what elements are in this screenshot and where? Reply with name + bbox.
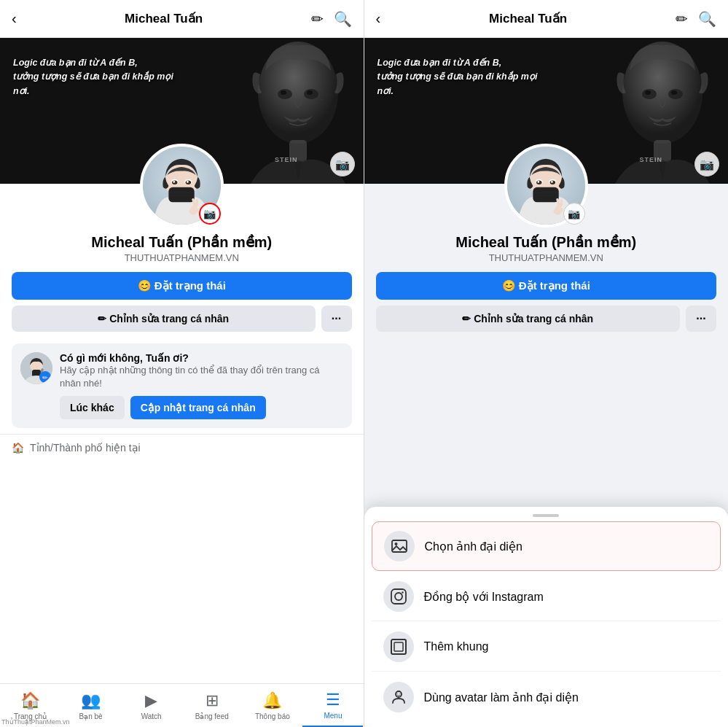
left-header-title: Micheal Tuấn xyxy=(125,11,203,26)
svg-text:✏: ✏ xyxy=(42,374,48,381)
sheet-item-instagram[interactable]: Đồng bộ với Instagram xyxy=(372,572,721,621)
svg-rect-48 xyxy=(391,639,406,654)
svg-point-38 xyxy=(551,181,553,183)
sheet-handle xyxy=(533,514,559,517)
left-watermark: ThủThuậtPhanMem.vn xyxy=(1,718,70,726)
svg-point-46 xyxy=(395,593,402,600)
right-search-icon[interactable]: 🔍 xyxy=(698,10,716,28)
svg-line-17 xyxy=(193,200,195,205)
right-action-buttons: 😊 Đặt trạng thái ✏ Chỉnh sửa trang cá nh… xyxy=(364,263,729,338)
nav-watch-label: Watch xyxy=(141,712,162,720)
svg-point-27 xyxy=(645,90,651,95)
svg-point-13 xyxy=(173,181,175,183)
notif-nav-icon: 🔔 xyxy=(262,691,282,710)
update-profile-button[interactable]: Cập nhật trang cá nhân xyxy=(130,396,266,419)
instagram-icon xyxy=(383,581,414,612)
right-avatar-camera-button[interactable]: 📷 xyxy=(563,203,585,225)
svg-point-52 xyxy=(399,693,400,694)
back-button[interactable]: ‹ xyxy=(12,10,17,27)
nav-menu-label: Menu xyxy=(324,712,342,720)
instagram-label: Đồng bộ với Instagram xyxy=(424,590,544,604)
suggestion-card: ✏ Có gì mới không, Tuấn ơi? Hãy cập nhật… xyxy=(12,343,352,428)
right-set-status-button[interactable]: 😊 Đặt trạng thái xyxy=(376,272,717,300)
use-avatar-label: Dùng avatar làm ảnh đại diện xyxy=(424,691,579,704)
nav-menu[interactable]: ☰ Menu xyxy=(302,684,363,727)
nav-notifications[interactable]: 🔔 Thông báo xyxy=(242,684,302,727)
right-edit-profile-button[interactable]: ✏ Chỉnh sửa trang cá nhân xyxy=(376,306,681,332)
location-text: Tỉnh/Thành phố hiện tại xyxy=(30,442,141,454)
svg-point-37 xyxy=(537,181,539,183)
left-profile-info: Micheal Tuấn (Phần mềm) THUTHUATPHANMEM.… xyxy=(0,228,364,263)
sheet-item-frame[interactable]: Thêm khung xyxy=(372,623,721,672)
right-profile-info: Micheal Tuấn (Phần mềm) THUTHUATPHANMEM.… xyxy=(364,228,729,263)
edit-profile-button[interactable]: ✏ Chỉnh sửa trang cá nhân xyxy=(12,306,316,332)
nav-watch[interactable]: ▶ Watch xyxy=(121,684,181,727)
avatar-icon xyxy=(383,682,414,712)
sheet-item-avatar[interactable]: Dùng avatar làm ảnh đại diện xyxy=(372,673,721,721)
svg-point-47 xyxy=(402,591,403,593)
svg-rect-45 xyxy=(391,589,406,604)
svg-line-41 xyxy=(557,200,559,205)
avatar-wrapper: 📷 xyxy=(140,144,224,228)
svg-point-3 xyxy=(281,90,286,95)
svg-point-14 xyxy=(187,181,189,183)
right-header-title: Micheal Tuấn xyxy=(489,11,567,26)
svg-rect-15 xyxy=(168,187,194,202)
nav-notif-label: Thông báo xyxy=(255,712,290,720)
choose-photo-label: Chọn ảnh đại diện xyxy=(425,540,522,553)
svg-point-51 xyxy=(396,693,397,694)
home-nav-icon: 🏠 xyxy=(20,691,40,710)
edit-icon[interactable]: ✏ xyxy=(311,10,324,28)
avatar-section: 📷 xyxy=(0,144,364,228)
nav-feed[interactable]: ⊞ Bảng feed xyxy=(181,684,242,727)
cover-quote: Logic đưa bạn đi từ A đến B, tưởng tượng… xyxy=(13,56,181,98)
left-action-buttons: 😊 Đặt trạng thái ✏ Chỉnh sửa trang cá nh… xyxy=(0,263,364,338)
friends-nav-icon: 👥 xyxy=(81,691,101,710)
sheet-item-choose-photo[interactable]: Chọn ảnh đại diện xyxy=(372,521,721,571)
right-avatar-section: 📷 xyxy=(364,144,729,228)
right-more-options-button[interactable]: ··· xyxy=(686,306,716,332)
bottom-sheet: Chọn ảnh đại diện Đồng bộ với Instagram xyxy=(364,507,729,727)
set-status-button[interactable]: 😊 Đặt trạng thái xyxy=(12,272,352,300)
instagram-icon-svg xyxy=(390,588,407,605)
svg-point-4 xyxy=(307,90,313,95)
profile-name: Micheal Tuấn (Phần mềm) xyxy=(12,233,352,251)
suggestion-text: Có gì mới không, Tuấn ơi? Hãy cập nhật n… xyxy=(60,352,343,419)
right-btn-row: ✏ Chỉnh sửa trang cá nhân ··· xyxy=(376,306,717,332)
left-header-icons: ✏ 🔍 xyxy=(311,10,352,28)
left-panel: ‹ Micheal Tuấn ✏ 🔍 xyxy=(0,0,364,727)
right-back-button[interactable]: ‹ xyxy=(376,10,381,27)
right-cover-quote: Logic đưa bạn đi từ A đến B, tưởng tượng… xyxy=(377,56,545,98)
home-icon: 🏠 xyxy=(12,442,24,454)
right-edit-icon[interactable]: ✏ xyxy=(676,10,688,28)
right-header-icons: ✏ 🔍 xyxy=(676,10,716,28)
search-icon[interactable]: 🔍 xyxy=(334,10,352,28)
suggestion-buttons: Lúc khác Cập nhật trang cá nhân xyxy=(60,396,343,419)
right-profile-website: THUTHUATPHANMEM.VN xyxy=(376,252,717,263)
svg-point-50 xyxy=(396,691,402,697)
avatar-icon-svg xyxy=(390,688,407,706)
suggestion-description: Hãy cập nhật những thông tin có thể đã t… xyxy=(60,364,343,390)
nav-friends-label: Bạn bè xyxy=(79,712,103,720)
suggestion-title: Có gì mới không, Tuấn ơi? xyxy=(60,352,343,364)
svg-point-44 xyxy=(394,543,397,545)
suggestion-avatar: ✏ xyxy=(20,352,52,384)
left-header: ‹ Micheal Tuấn ✏ 🔍 xyxy=(0,0,364,38)
choose-photo-icon xyxy=(384,531,415,561)
image-icon xyxy=(391,537,408,555)
svg-point-28 xyxy=(671,90,677,95)
add-frame-label: Thêm khung xyxy=(424,640,489,653)
later-button[interactable]: Lúc khác xyxy=(60,396,125,419)
frame-icon xyxy=(383,631,414,662)
menu-nav-icon: ☰ xyxy=(326,691,340,709)
more-options-button[interactable]: ··· xyxy=(321,306,352,332)
avatar-camera-button[interactable]: 📷 xyxy=(199,203,221,225)
nav-feed-label: Bảng feed xyxy=(195,712,229,720)
btn-row: ✏ Chỉnh sửa trang cá nhân ··· xyxy=(12,306,352,332)
right-profile-name: Micheal Tuấn (Phần mềm) xyxy=(376,233,717,251)
suggestion-avatar-art: ✏ xyxy=(20,352,52,384)
frame-icon-svg xyxy=(390,638,407,656)
watch-nav-icon: ▶ xyxy=(145,691,157,710)
feed-nav-icon: ⊞ xyxy=(206,691,219,710)
svg-rect-39 xyxy=(533,187,558,202)
